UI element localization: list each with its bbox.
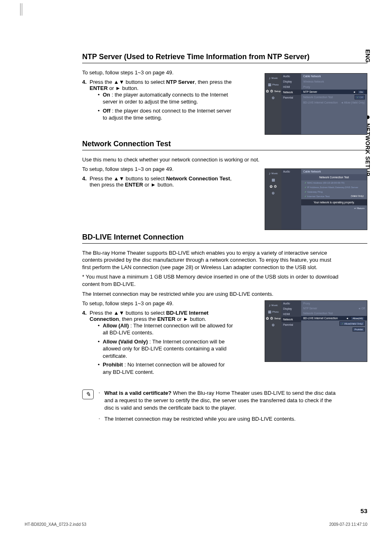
footer-left: HT-BD8200_XAA_0723-2.indd 53 <box>25 522 86 527</box>
nettest-intro: Use this menu to check whether your netw… <box>82 156 339 164</box>
bdlive-step4: 4. Press the ▲▼ buttons to select BD-LIV… <box>82 310 234 378</box>
screenshot-bdlive: ♪Music ▦Photo ✿ ⚙Setup ⊕ Audio Display H… <box>265 300 367 362</box>
heading-bdlive: BD-LIVE Internet Connection <box>82 233 367 244</box>
ntp-step4: 4. Press the ▲▼ buttons to select NTP Se… <box>82 79 234 123</box>
note-box: ✎ What is a valid certificate? When the … <box>82 389 339 426</box>
bdlive-allow-valid: Allow (Valid Only) : The Internet connec… <box>98 338 234 360</box>
bdlive-p2: * You must have a minimum 1 GB USB Memor… <box>82 273 339 288</box>
note-2: The Internet connection may be restricte… <box>99 415 339 423</box>
nettest-step4: 4. Press the ▲▼ buttons to select Networ… <box>82 175 234 188</box>
note-1: What is a valid certificate? When the Bl… <box>99 389 339 411</box>
bdlive-prohibit: Prohibit : No Internet connection will b… <box>98 361 234 375</box>
ntp-on: On : the player automatically connects t… <box>98 91 234 106</box>
nettest-intro2: To setup, follow steps 1~3 on page 49. <box>82 166 234 173</box>
bdlive-p3: The Internet connection may be restricte… <box>82 290 339 298</box>
note-icon: ✎ <box>82 389 94 399</box>
footer-right: 2009-07-23 11:47:10 <box>329 522 367 527</box>
ntp-intro: To setup, follow steps 1~3 on page 49. <box>82 69 234 76</box>
heading-ntp: NTP Server (Used to Retrieve Time Inform… <box>82 53 367 63</box>
screenshot-nettest: ♪Music ▦ ✿ ⚙ ⊕ Audio Cable Network Netwo… <box>265 168 367 230</box>
bdlive-p1: The Blu-ray Home Theater supports BD-LIV… <box>82 249 339 271</box>
page-number: 53 <box>360 507 367 514</box>
bdlive-p4: To setup, follow steps 1~3 on page 49. <box>82 300 234 307</box>
heading-nettest: Network Connection Test <box>82 140 367 150</box>
screenshot-ntp: ♪Music ▦Photo ✿ ⚙Setup ⊕ Audio Display H… <box>265 73 367 135</box>
ntp-off: Off : the player does not connect to the… <box>98 107 234 122</box>
bdlive-allow-all: Allow (All) : The Internet connection wi… <box>98 322 234 336</box>
